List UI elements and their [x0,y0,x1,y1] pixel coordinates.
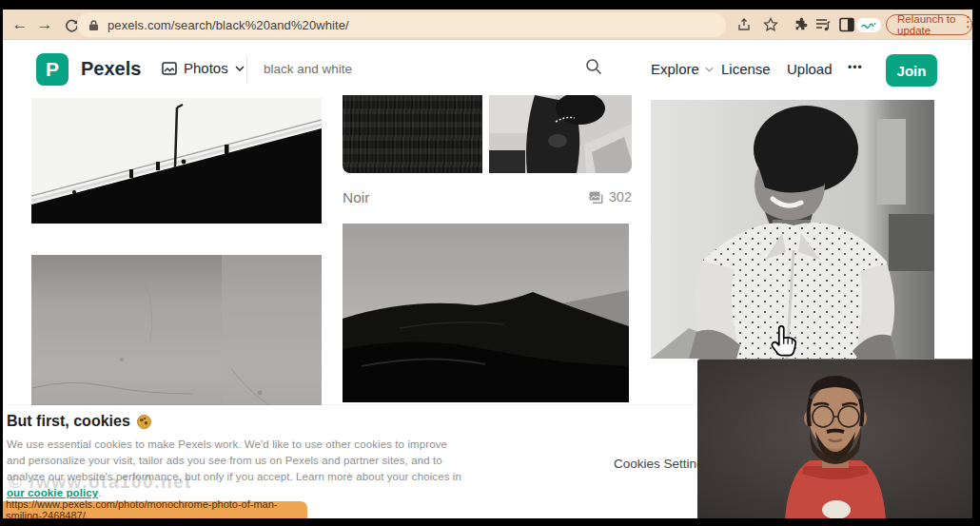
browser-menu-button[interactable]: ⋮ [961,13,972,30]
pexels-logo[interactable]: P [36,53,69,86]
hand-pointer-icon [771,323,799,359]
mouse-cursor [771,323,799,362]
nav-explore-label: Explore [651,61,699,77]
photo-icon [162,62,177,75]
nav-explore[interactable]: Explore [651,61,714,77]
search-button[interactable] [585,58,602,79]
relaunch-to-update-button[interactable]: Relaunch to update [886,14,972,35]
back-button[interactable]: ← [9,13,31,36]
noir-woman-photo-art [489,95,632,173]
chevron-down-icon [235,66,245,71]
photo-thumbnail-concrete[interactable] [31,255,322,410]
header-divider [246,56,247,83]
collection-row[interactable]: Noir 302 [343,187,632,210]
site-header: P Pexels Photos black and white [3,41,972,97]
status-bar-link-tooltip: https://www.pexels.com/photo/monochrome-… [3,501,307,518]
puzzle-icon [793,17,809,33]
nav-license[interactable]: License [721,61,771,77]
nav-upload[interactable]: Upload [787,61,833,77]
bridge-photo-art [31,98,322,224]
media-type-label: Photos [184,60,228,76]
photo-thumbnail-noir-woman[interactable] [489,95,632,173]
collection-count: 302 [589,189,632,205]
playlist-music-icon [814,17,832,32]
cookie-banner-title: But first, cookies [7,413,151,430]
star-icon [763,17,778,32]
photo-thumbnail-noir-grass[interactable] [343,95,482,173]
photo-thumbnail-bridge[interactable] [31,98,322,224]
extensions-button[interactable] [790,14,811,35]
concrete-photo-art [31,255,322,410]
search-icon [585,58,602,75]
brand-wordmark[interactable]: Pexels [81,58,141,80]
avatar-script-mark [860,22,877,29]
address-bar[interactable]: pexels.com/search/black%20and%20white/ [77,12,726,37]
photo-thumbnail-dunes[interactable] [343,224,629,402]
browser-toolbar: ← → pexels.com/search/black%20and%20whit… [3,10,972,40]
browser-window: ← → pexels.com/search/black%20and%20whit… [3,10,972,518]
dunes-photo-art [343,224,629,402]
photos-stack-icon [589,191,603,204]
cookie-title-text: But first, cookies [7,413,130,430]
side-panel-button[interactable] [836,14,857,35]
search-input[interactable]: black and white [264,62,352,76]
join-button[interactable]: Join [886,54,937,87]
side-panel-icon [839,17,854,32]
share-icon [736,17,752,32]
media-type-dropdown[interactable]: Photos [162,60,245,76]
cookie-emoji [137,415,151,429]
cookies-settings-button[interactable]: Cookies Settings [614,457,710,471]
watermark-text: © /www.ota100.net [9,472,192,493]
bookmark-button[interactable] [760,14,781,35]
forward-button[interactable]: → [33,13,56,36]
media-playlist-button[interactable] [813,14,833,35]
collection-title[interactable]: Noir [343,189,369,206]
lock-icon [88,19,99,31]
photo-thumbnail-man-smiling[interactable] [651,100,934,359]
chevron-down-icon [705,67,714,72]
video-frame: ← → pexels.com/search/black%20and%20whit… [0,0,980,526]
profile-avatar[interactable] [856,18,881,32]
nav-more-button[interactable]: ••• [848,61,863,74]
url-text: pexels.com/search/black%20and%20white/ [108,18,349,32]
status-bar-url: https://www.pexels.com/photo/monochrome-… [6,498,307,518]
man-smiling-photo-art [651,100,934,359]
collection-count-value: 302 [609,189,632,205]
share-button[interactable] [734,14,755,35]
webcam-overlay [697,359,972,518]
presenter-video [697,360,972,518]
